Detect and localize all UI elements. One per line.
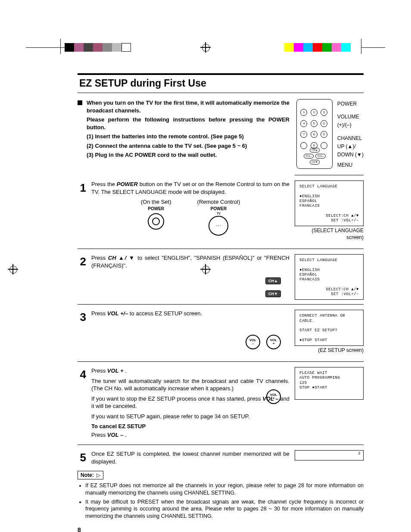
label-power: POWER <box>337 100 364 107</box>
step-5: 5 Once EZ SETUP is completed, the lowest… <box>78 450 364 468</box>
cancel-text: Press VOL – . <box>91 431 290 439</box>
page-title: EZ SETUP during First Use <box>78 73 364 93</box>
label-channel-sub: DOWN (▼) <box>337 151 364 158</box>
step-text: The tuner will automatically search for … <box>91 377 290 392</box>
note-item: If EZ SETUP does not memorize all the ch… <box>85 482 364 497</box>
step-text: If you want to stop the EZ SETUP process… <box>91 395 290 410</box>
ez-setup-screen: CONNECT ANTENNA OR CABLE. START EZ SETUP… <box>295 310 364 346</box>
intro-text: When you turn on the TV for the first ti… <box>87 99 290 161</box>
ch-down-button-icon: CH▼ <box>265 290 281 297</box>
step-number: 3 <box>78 310 86 325</box>
intro-line: Please perform the following instruction… <box>87 116 290 131</box>
color-swatches-right <box>284 43 351 52</box>
remote-control-illustration: 123 456 789 0 CH▲ VOL–VOL+ CH▼ <box>296 99 333 169</box>
button-sublabel: TV <box>197 212 240 215</box>
remote-labels: POWER VOLUME (+)/(–) CHANNEL UP (▲)/ DOW… <box>337 99 364 170</box>
title-text: EZ SETUP during First Use <box>79 77 362 90</box>
step-1: 1 Press the POWER button on the TV set o… <box>78 180 364 245</box>
button-label: POWER <box>141 206 171 212</box>
color-swatches-left <box>65 43 131 52</box>
step-text: Press CH ▲/ ▼ to select "ENGLISH", "SPAN… <box>91 254 290 269</box>
print-registration-bar <box>0 43 411 52</box>
step-number: 5 <box>78 450 86 465</box>
intro-line: (3) Plug in the AC POWER cord to the wal… <box>87 151 290 159</box>
step-text: If you want to SETUP again, please refer… <box>91 413 290 420</box>
step-number: 2 <box>78 254 86 269</box>
step-2: 2 Press CH ▲/ ▼ to select "ENGLISH", "SP… <box>78 254 364 301</box>
select-language-screen: SELECT LANGUAGE ●ENGLISH ESPAÑOL FRANCAI… <box>295 180 364 226</box>
note-item: It may be difficult to PRESET when the b… <box>85 498 364 520</box>
notes-list: If EZ SETUP does not memorize all the ch… <box>78 482 364 520</box>
power-remote-button-icon: · · · <box>209 216 228 236</box>
label-channel: CHANNEL <box>337 135 364 142</box>
caption: (Remote Control) <box>197 198 240 206</box>
intro-line: When you turn on the TV for the first ti… <box>87 99 290 114</box>
step-text: Once EZ SETUP is completed, the lowest c… <box>91 450 290 465</box>
vol-plus-button-icon: VOL + <box>266 335 281 349</box>
registration-mark-icon <box>8 264 18 274</box>
intro-line: (2) Connect the antenna cable to the TV … <box>87 142 290 150</box>
note-label: Note: <box>78 471 103 479</box>
intro-line: (1) Insert the batteries into the remote… <box>87 133 290 140</box>
registration-mark-icon <box>200 264 211 274</box>
result-screen: 2 <box>295 450 364 460</box>
button-label: POWER <box>197 206 240 212</box>
registration-mark-icon <box>200 42 211 53</box>
label-volume: VOLUME <box>337 113 364 120</box>
ch-up-button-icon: CH▲ <box>265 277 281 284</box>
cancel-heading: To cancel EZ SETUP <box>91 423 290 430</box>
screen-caption: (SELECT LANGUAGE screen) <box>295 227 364 241</box>
page-number: 8 <box>78 526 364 532</box>
power-button-icon <box>148 213 164 230</box>
square-bullet-icon <box>78 100 82 105</box>
caption: (On the Set) <box>141 198 171 206</box>
screen-caption: (EZ SETUP screen) <box>295 347 364 354</box>
auto-programming-screen: PLEASE WAIT AUTO PROGRAMMING 125 STOP ●S… <box>295 367 364 400</box>
label-menu: MENU <box>337 162 364 168</box>
select-language-screen: SELECT LANGUAGE ●ENGLISH ESPAÑOL FRANCAI… <box>295 254 364 300</box>
step-4: 4 Press VOL + . The tuner will automatic… <box>78 367 364 441</box>
step-text: Press VOL + . <box>91 367 290 375</box>
step-number: 4 <box>78 367 86 382</box>
step-text: Press the POWER button on the TV set or … <box>91 180 290 196</box>
label-volume-sub: (+)/(–) <box>337 121 364 128</box>
step-number: 1 <box>78 180 86 196</box>
on-set-power: (On the Set) POWER <box>141 198 171 235</box>
vol-minus-button-icon: VOL – <box>246 335 260 349</box>
remote-power: (Remote Control) POWER TV · · · <box>197 198 240 235</box>
step-3: 3 Press VOL +/– to access EZ SETUP scree… <box>78 310 364 358</box>
label-channel-sub: UP (▲)/ <box>337 143 364 150</box>
step-text: Press VOL +/– to access EZ SETUP screen. <box>91 310 290 317</box>
